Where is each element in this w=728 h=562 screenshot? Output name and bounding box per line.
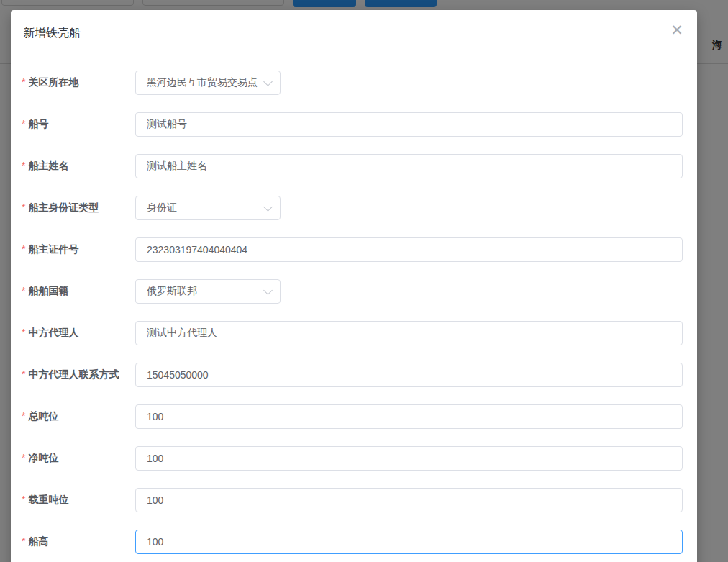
required-asterisk: * <box>22 452 25 463</box>
form-row-ship-height: *船高 <box>22 530 683 554</box>
form-row-ship-number: *船号 <box>22 112 683 137</box>
chinese-agent-label: *中方代理人 <box>22 327 135 340</box>
gross-tonnage-control <box>135 404 683 429</box>
owner-name-label-text: 船主姓名 <box>28 160 68 171</box>
required-asterisk: * <box>22 76 25 88</box>
chevron-down-icon <box>263 202 273 212</box>
dialog-title: 新增铁壳船 <box>23 27 81 39</box>
owner-id-number-label-text: 船主证件号 <box>28 243 78 255</box>
net-tonnage-input[interactable] <box>135 446 683 471</box>
close-icon[interactable]: ✕ <box>670 24 683 37</box>
required-asterisk: * <box>22 494 25 505</box>
form-row-owner-id-type: *船主身份证类型身份证 <box>22 196 683 220</box>
ship-number-control <box>135 112 683 137</box>
deadweight-tonnage-label-text: 载重吨位 <box>28 494 68 505</box>
owner-name-input[interactable] <box>135 154 683 178</box>
required-asterisk: * <box>22 410 25 422</box>
ship-nationality-label-text: 船舶国籍 <box>28 285 68 296</box>
net-tonnage-label-text: 净吨位 <box>28 452 58 463</box>
ship-number-label-text: 船号 <box>28 118 48 130</box>
form-row-chinese-agent-contact: *中方代理人联系方式 <box>22 363 683 387</box>
required-asterisk: * <box>22 118 25 130</box>
required-asterisk: * <box>22 243 25 255</box>
ship-nationality-control: 俄罗斯联邦 <box>135 279 683 304</box>
chinese-agent-contact-input[interactable] <box>135 363 683 387</box>
owner-id-type-selected-value: 身份证 <box>147 201 262 214</box>
ship-nationality-select[interactable]: 俄罗斯联邦 <box>135 279 281 304</box>
gross-tonnage-label-text: 总吨位 <box>28 410 58 422</box>
customs-location-select[interactable]: 黑河边民互市贸易交易点 <box>135 71 281 95</box>
ship-number-input[interactable] <box>135 112 683 137</box>
ship-height-label: *船高 <box>22 535 135 548</box>
owner-id-type-select[interactable]: 身份证 <box>135 196 281 220</box>
chinese-agent-control <box>135 321 683 345</box>
deadweight-tonnage-label: *载重吨位 <box>22 494 135 507</box>
form-row-chinese-agent: *中方代理人 <box>22 321 683 345</box>
form-row-customs-location: *关区所在地黑河边民互市贸易交易点 <box>22 71 683 95</box>
owner-name-control <box>135 154 683 178</box>
form-row-deadweight-tonnage: *载重吨位 <box>22 488 683 512</box>
form-row-ship-nationality: *船舶国籍俄罗斯联邦 <box>22 279 683 304</box>
ship-number-label: *船号 <box>22 118 135 131</box>
chevron-down-icon <box>263 77 273 86</box>
dialog-header: 新增铁壳船 ✕ <box>11 10 697 41</box>
required-asterisk: * <box>22 368 25 380</box>
ship-nationality-selected-value: 俄罗斯联邦 <box>147 285 262 298</box>
customs-location-control: 黑河边民互市贸易交易点 <box>135 71 683 95</box>
net-tonnage-label: *净吨位 <box>22 452 135 465</box>
required-asterisk: * <box>22 285 25 296</box>
required-asterisk: * <box>22 327 25 338</box>
ship-nationality-label: *船舶国籍 <box>22 285 135 298</box>
gross-tonnage-label: *总吨位 <box>22 410 135 423</box>
customs-location-label-text: 关区所在地 <box>28 76 78 88</box>
add-ship-form: *关区所在地黑河边民互市贸易交易点*船号*船主姓名*船主身份证类型身份证*船主证… <box>11 71 697 554</box>
owner-id-number-label: *船主证件号 <box>22 243 135 256</box>
chinese-agent-contact-label-text: 中方代理人联系方式 <box>28 368 119 380</box>
required-asterisk: * <box>22 160 25 171</box>
form-row-owner-id-number: *船主证件号 <box>22 237 683 262</box>
owner-name-label: *船主姓名 <box>22 160 135 173</box>
add-iron-hull-ship-dialog: 新增铁壳船 ✕ *关区所在地黑河边民互市贸易交易点*船号*船主姓名*船主身份证类… <box>11 10 697 562</box>
owner-id-type-label: *船主身份证类型 <box>22 201 135 214</box>
chinese-agent-contact-label: *中方代理人联系方式 <box>22 368 135 381</box>
customs-location-label: *关区所在地 <box>22 76 135 89</box>
ship-height-control <box>135 530 683 554</box>
form-row-owner-name: *船主姓名 <box>22 154 683 178</box>
chinese-agent-contact-control <box>135 363 683 387</box>
ship-height-input[interactable] <box>135 530 683 554</box>
net-tonnage-control <box>135 446 683 471</box>
required-asterisk: * <box>22 535 25 547</box>
chinese-agent-input[interactable] <box>135 321 683 345</box>
chevron-down-icon <box>263 286 273 295</box>
required-asterisk: * <box>22 201 25 213</box>
owner-id-type-control: 身份证 <box>135 196 683 220</box>
form-row-net-tonnage: *净吨位 <box>22 446 683 471</box>
deadweight-tonnage-input[interactable] <box>135 488 683 512</box>
owner-id-number-control <box>135 237 683 262</box>
deadweight-tonnage-control <box>135 488 683 512</box>
gross-tonnage-input[interactable] <box>135 404 683 429</box>
owner-id-type-label-text: 船主身份证类型 <box>28 201 99 213</box>
customs-location-selected-value: 黑河边民互市贸易交易点 <box>147 76 262 89</box>
form-row-gross-tonnage: *总吨位 <box>22 404 683 429</box>
chinese-agent-label-text: 中方代理人 <box>28 327 78 338</box>
ship-height-label-text: 船高 <box>28 535 48 547</box>
owner-id-number-input[interactable] <box>135 237 683 262</box>
